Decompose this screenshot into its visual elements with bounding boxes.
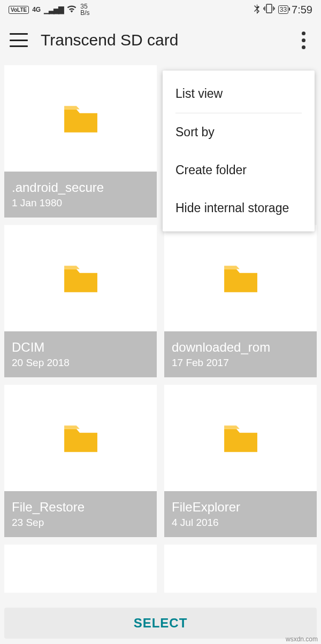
- menu-item-create-folder[interactable]: Create folder: [163, 151, 315, 189]
- volte-indicator: VoLTE: [9, 6, 29, 14]
- vibrate-icon: [263, 4, 275, 15]
- folder-card[interactable]: [4, 545, 157, 593]
- folder-date: 20 Sep 2018: [12, 357, 149, 369]
- folder-icon: [4, 65, 157, 172]
- folder-card[interactable]: .android_secure 1 Jan 1980: [4, 65, 157, 218]
- folder-name: downloaded_rom: [172, 340, 309, 355]
- network-type: 4G: [32, 6, 41, 13]
- app-bar: Transcend SD card: [0, 19, 321, 61]
- svg-rect-0: [266, 4, 272, 13]
- overflow-menu: List view Sort by Create folder Hide int…: [163, 71, 315, 231]
- folder-date: 23 Sep: [12, 517, 149, 529]
- clock: 7:59: [292, 4, 312, 16]
- folder-card[interactable]: FileExplorer 4 Jul 2016: [164, 385, 317, 537]
- folder-card[interactable]: downloaded_rom 17 Feb 2017: [164, 225, 317, 377]
- folder-card[interactable]: [164, 545, 317, 593]
- battery-indicator: 33: [278, 5, 288, 14]
- folder-date: 1 Jan 1980: [12, 197, 149, 209]
- folder-date: 17 Feb 2017: [172, 357, 309, 369]
- status-bar: VoLTE 4G ▁▃▅▇ 35B/s 33 7:59: [0, 0, 321, 19]
- folder-date: 4 Jul 2016: [172, 517, 309, 529]
- folder-info: File_Restore 23 Sep: [4, 491, 157, 537]
- wifi-icon: [66, 4, 77, 15]
- folder-info: DCIM 20 Sep 2018: [4, 331, 157, 377]
- status-right: 33 7:59: [254, 3, 312, 16]
- folder-icon: [164, 225, 317, 331]
- folder-card[interactable]: DCIM 20 Sep 2018: [4, 225, 157, 377]
- bluetooth-icon: [254, 3, 260, 16]
- folder-icon: [4, 385, 157, 491]
- page-title: Transcend SD card: [41, 31, 282, 49]
- network-speed: 35B/s: [80, 3, 89, 16]
- status-left: VoLTE 4G ▁▃▅▇ 35B/s: [9, 3, 90, 16]
- menu-item-sort-by[interactable]: Sort by: [163, 113, 315, 151]
- folder-info: .android_secure 1 Jan 1980: [4, 172, 157, 218]
- folder-name: DCIM: [12, 340, 149, 355]
- hamburger-icon[interactable]: [10, 33, 28, 47]
- folder-icon: [4, 225, 157, 331]
- folder-info: FileExplorer 4 Jul 2016: [164, 491, 317, 537]
- folder-icon: [164, 385, 317, 491]
- folder-row-partial: [0, 537, 321, 593]
- select-button[interactable]: SELECT: [4, 608, 317, 639]
- signal-icon: ▁▃▅▇: [44, 5, 63, 14]
- folder-name: File_Restore: [12, 500, 149, 515]
- select-label: SELECT: [134, 616, 188, 631]
- folder-card[interactable]: File_Restore 23 Sep: [4, 385, 157, 537]
- more-options-button[interactable]: [295, 29, 311, 51]
- folder-name: FileExplorer: [172, 500, 309, 515]
- menu-item-hide-internal[interactable]: Hide internal storage: [163, 189, 315, 227]
- folder-name: .android_secure: [12, 180, 149, 195]
- menu-item-list-view[interactable]: List view: [163, 75, 315, 113]
- watermark: wsxdn.com: [286, 635, 318, 643]
- folder-info: downloaded_rom 17 Feb 2017: [164, 331, 317, 377]
